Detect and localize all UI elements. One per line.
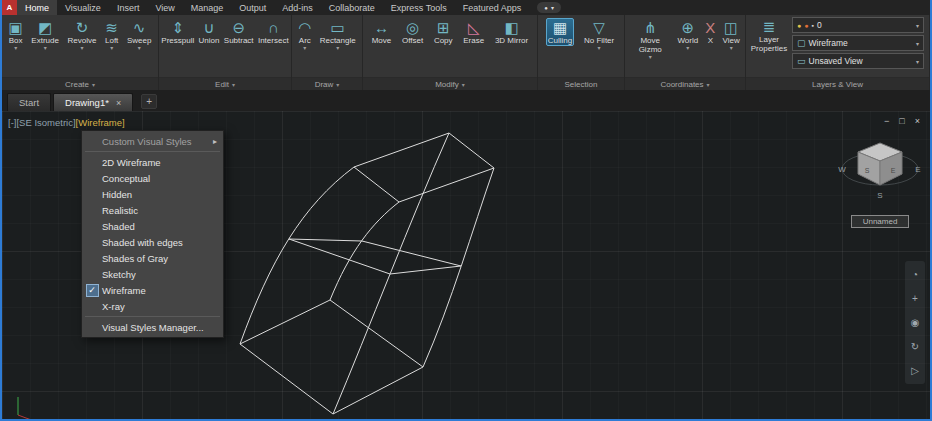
orbit-icon[interactable]: ↻: [911, 341, 919, 352]
show-motion-icon[interactable]: ▷: [911, 365, 919, 376]
viewport-controls: [-][SE Isometric][Wireframe]: [8, 117, 125, 128]
compass-south-label[interactable]: S: [877, 191, 882, 200]
offset-button[interactable]: ◎ Offset: [400, 18, 425, 46]
chevron-down-icon: ▾: [336, 45, 339, 52]
culling-button[interactable]: ▦ Culling: [546, 18, 574, 46]
chevron-down-icon[interactable]: ▾: [916, 40, 919, 47]
box-button[interactable]: ▣ Box ▾: [7, 18, 25, 53]
x-axis-button[interactable]: X X: [703, 18, 717, 46]
menu-item-2d-wireframe[interactable]: 2D Wireframe: [82, 154, 223, 170]
compass-east-label[interactable]: E: [915, 165, 920, 174]
panel-label-text: Draw: [315, 80, 334, 89]
button-label: Intersect: [258, 36, 289, 45]
ribbon-tab-home[interactable]: Home: [17, 0, 57, 15]
intersect-button[interactable]: ∩ Intersect: [256, 18, 291, 46]
button-label: Rectangle: [320, 36, 356, 45]
button-label: Subtract: [224, 36, 254, 45]
view-control[interactable]: [SE Isometric]: [16, 117, 75, 128]
freeze-icon[interactable]: ●: [804, 22, 808, 29]
loft-button[interactable]: ≋ Loft ▾: [103, 18, 120, 53]
minimize-icon[interactable]: −: [884, 116, 889, 126]
menu-item-visual-styles-manager[interactable]: Visual Styles Manager...: [82, 319, 223, 335]
layer-properties-button[interactable]: ≣ Layer Properties: [751, 17, 787, 53]
extrude-button[interactable]: ◩ Extrude ▾: [29, 18, 61, 53]
restore-icon[interactable]: □: [899, 116, 904, 126]
wireframe-edge: [240, 300, 423, 414]
panel-label-edit[interactable]: Edit ▾: [159, 77, 291, 90]
panel-label-draw[interactable]: Draw ▾: [292, 77, 362, 90]
visual-style-select[interactable]: ▢ Wireframe ▾: [792, 35, 924, 51]
visual-style-control[interactable]: [Wireframe]: [76, 117, 125, 128]
panel-label-modify[interactable]: Modify ▾: [363, 77, 537, 90]
named-view-button[interactable]: Unnamed: [851, 215, 909, 228]
close-icon[interactable]: ×: [116, 98, 121, 108]
move-button[interactable]: ↔ Move: [370, 18, 394, 46]
revolve-button[interactable]: ↻ Revolve ▾: [66, 18, 99, 53]
no-filter-button[interactable]: ▽ No Filter ▾: [582, 18, 616, 53]
ribbon-tab-manage[interactable]: Manage: [183, 0, 232, 15]
circle-icon: ●: [544, 5, 548, 11]
ribbon-display-toggle[interactable]: ● ▾: [537, 2, 561, 13]
menu-item-custom-visual-styles[interactable]: Custom Visual Styles ▸: [82, 133, 223, 149]
layer-color-swatch[interactable]: ▪: [811, 22, 813, 29]
subtract-icon: ⊖: [232, 19, 245, 36]
panel-label-create[interactable]: Create ▾: [2, 77, 158, 90]
viewcube[interactable]: S E W E S Unnamed: [838, 139, 922, 228]
layer-select[interactable]: ● ● ▪ 0 ▾: [792, 17, 924, 33]
world-ucs-button[interactable]: ⊕ World ▾: [675, 18, 700, 53]
file-tab-start[interactable]: Start: [7, 93, 51, 111]
file-tab-bar: Start Drawing1* × +: [2, 90, 930, 111]
drawing-viewport[interactable]: [-][SE Isometric][Wireframe] − □ × Custo…: [2, 111, 930, 419]
ribbon-tab-featured-apps[interactable]: Featured Apps: [455, 0, 530, 15]
app-icon[interactable]: A: [2, 0, 17, 15]
ribbon-tab-visualize[interactable]: Visualize: [57, 0, 109, 15]
panel-label-coordinates[interactable]: Coordinates ▾: [625, 77, 745, 90]
button-label: Move: [372, 36, 392, 45]
menu-item-shades-of-gray[interactable]: Shades of Gray: [82, 250, 223, 266]
panel-layers-view: ≣ Layer Properties ● ● ▪ 0 ▾ ▢ Wireframe: [746, 15, 930, 90]
move-gizmo-button[interactable]: ⋔ Move Gizmo ▾: [628, 18, 672, 62]
close-icon[interactable]: ×: [915, 116, 920, 126]
copy-button[interactable]: ⊞ Copy: [432, 18, 455, 46]
ribbon-tab-insert[interactable]: Insert: [109, 0, 148, 15]
menu-item-conceptual[interactable]: Conceptual: [82, 170, 223, 186]
menu-item-label: Conceptual: [102, 173, 150, 184]
menu-item-sketchy[interactable]: Sketchy: [82, 266, 223, 282]
erase-button[interactable]: ◺ Erase: [461, 18, 486, 46]
chevron-down-icon[interactable]: ▾: [916, 58, 919, 65]
subtract-button[interactable]: ⊖ Subtract: [222, 18, 256, 46]
world-ucs-icon: ⊕: [681, 19, 694, 36]
compass-west-label[interactable]: W: [838, 165, 846, 174]
pan-icon[interactable]: +: [912, 293, 918, 304]
menu-item-x-ray[interactable]: X-ray: [82, 298, 223, 314]
view-ucs-button[interactable]: ◫ View ▾: [721, 18, 742, 53]
menu-item-label: Wireframe: [102, 285, 146, 296]
presspull-button[interactable]: ⇕ Presspull: [159, 18, 196, 46]
mirror-3d-icon: ◧: [504, 19, 518, 36]
ribbon-tab-express-tools[interactable]: Express Tools: [383, 0, 455, 15]
ribbon-tab-add-ins[interactable]: Add-ins: [274, 0, 321, 15]
arc-button[interactable]: ◠ Arc ▾: [296, 18, 313, 53]
union-button[interactable]: ∪ Union: [197, 18, 222, 46]
zoom-icon[interactable]: ◉: [911, 317, 920, 328]
button-label: Union: [199, 36, 220, 45]
menu-item-hidden[interactable]: Hidden: [82, 186, 223, 202]
sweep-button[interactable]: ∿ Sweep ▾: [125, 18, 153, 53]
ribbon-tab-view[interactable]: View: [147, 0, 182, 15]
intersect-icon: ∩: [268, 19, 279, 36]
chevron-down-icon[interactable]: ▾: [916, 22, 919, 29]
menu-item-realistic[interactable]: Realistic: [82, 202, 223, 218]
steering-wheel-icon[interactable]: ◔: [912, 269, 918, 280]
mirror-3d-button[interactable]: ◧ 3D Mirror: [493, 18, 530, 46]
menu-item-shaded[interactable]: Shaded: [82, 218, 223, 234]
new-drawing-button[interactable]: +: [141, 94, 157, 109]
rectangle-button[interactable]: ▭ Rectangle ▾: [318, 18, 358, 53]
menu-item-wireframe[interactable]: ✓ Wireframe: [82, 282, 223, 298]
lightbulb-icon[interactable]: ●: [797, 22, 801, 29]
ribbon-tab-output[interactable]: Output: [231, 0, 274, 15]
ribbon-tab-collaborate[interactable]: Collaborate: [321, 0, 383, 15]
file-tab-drawing1[interactable]: Drawing1* ×: [53, 93, 133, 111]
view-select[interactable]: ▭ Unsaved View ▾: [792, 53, 924, 69]
ucs-x-axis-icon: [18, 415, 34, 419]
menu-item-shaded-with-edges[interactable]: Shaded with edges: [82, 234, 223, 250]
